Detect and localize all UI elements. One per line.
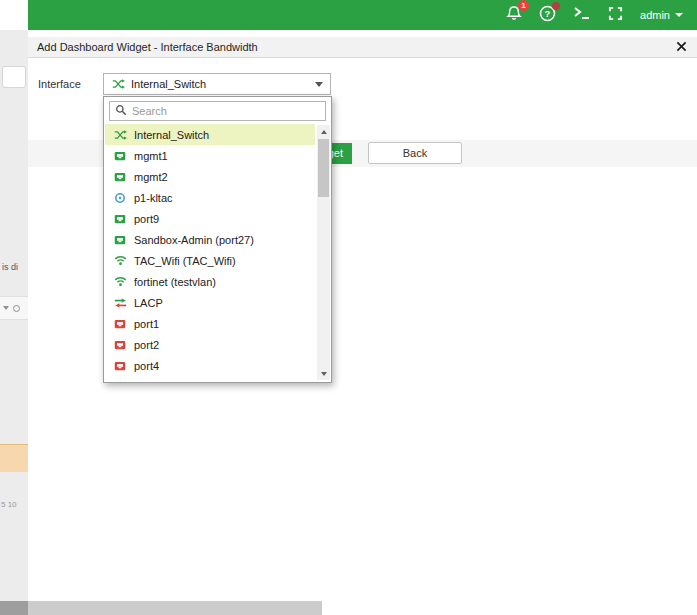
fullscreen-button[interactable] bbox=[608, 6, 623, 25]
dropdown-search-box bbox=[109, 101, 326, 121]
interface-option-label: LACP bbox=[134, 297, 163, 309]
interface-option-label: p1-kltac bbox=[134, 192, 173, 204]
underlying-footer-bar bbox=[28, 601, 322, 615]
interface-option-label: port9 bbox=[134, 213, 159, 225]
interface-option-mgmt2[interactable]: mgmt2 bbox=[105, 166, 315, 187]
interface-option-p1-kltac[interactable]: p1-kltac bbox=[105, 187, 315, 208]
underlying-page-strip: is di 5 10 bbox=[0, 30, 28, 601]
interface-option-internal-switch[interactable]: Internal_Switch bbox=[105, 124, 315, 145]
dropdown-scrollbar[interactable] bbox=[317, 125, 330, 380]
interface-option-label: Internal_Switch bbox=[134, 129, 209, 141]
arrow-down-icon bbox=[321, 372, 327, 376]
interface-option-fortinet-testvlan[interactable]: fortinet (testvlan) bbox=[105, 271, 315, 292]
underlying-partial-text: is di bbox=[2, 262, 18, 272]
svg-text:?: ? bbox=[545, 8, 551, 19]
cli-console-button[interactable] bbox=[573, 6, 591, 24]
interface-option-label: mgmt1 bbox=[134, 150, 168, 162]
cli-console-icon bbox=[573, 6, 591, 24]
help-button[interactable]: ? bbox=[539, 5, 556, 26]
scroll-up-button[interactable] bbox=[317, 125, 330, 138]
notifications-bell-button[interactable]: 1 bbox=[506, 5, 522, 26]
search-icon bbox=[115, 102, 127, 120]
underlying-chart-highlight-fragment bbox=[0, 444, 28, 472]
chevron-down-icon bbox=[315, 82, 323, 87]
port-down-icon bbox=[113, 339, 127, 351]
top-navbar: 1 ? admin bbox=[28, 0, 697, 30]
port-down-icon bbox=[113, 360, 127, 372]
modal-title: Add Dashboard Widget - Interface Bandwid… bbox=[37, 41, 258, 53]
admin-menu[interactable]: admin bbox=[640, 9, 683, 21]
interface-select-value: Internal_Switch bbox=[131, 78, 206, 90]
underlying-panel-header-fragment bbox=[0, 296, 28, 320]
interface-option-label: mgmt2 bbox=[134, 171, 168, 183]
interface-option-label: Sandbox-Admin (port27) bbox=[134, 234, 254, 246]
admin-label: admin bbox=[640, 9, 670, 21]
chevron-down-icon bbox=[675, 13, 683, 17]
interface-option-label: TAC_Wifi (TAC_Wifi) bbox=[134, 255, 236, 267]
scrollbar-thumb[interactable] bbox=[318, 139, 329, 197]
interface-option-sandbox-admin-port27[interactable]: Sandbox-Admin (port27) bbox=[105, 229, 315, 250]
port-up-icon bbox=[113, 234, 127, 246]
underlying-footer-fragment bbox=[0, 601, 28, 615]
notifications-badge: 1 bbox=[518, 0, 529, 11]
interface-option-port4[interactable]: port4 bbox=[105, 355, 315, 376]
interface-option-label: fortinet (testvlan) bbox=[134, 276, 216, 288]
interface-option-label: port2 bbox=[134, 339, 159, 351]
close-button[interactable] bbox=[676, 41, 687, 54]
interface-select[interactable]: Internal_Switch bbox=[103, 73, 331, 95]
interface-option-tac-wifi-tac-wifi[interactable]: TAC_Wifi (TAC_Wifi) bbox=[105, 250, 315, 271]
arrow-up-icon bbox=[321, 130, 327, 134]
port-up-icon bbox=[113, 213, 127, 225]
underlying-widget-fragment bbox=[2, 66, 26, 88]
interface-option-port2[interactable]: port2 bbox=[105, 334, 315, 355]
interface-dropdown-panel: Internal_Switchmgmt1mgmt2p1-kltacport9Sa… bbox=[103, 96, 332, 383]
switch-icon bbox=[111, 78, 125, 90]
switch-icon bbox=[113, 129, 127, 141]
ring-icon bbox=[113, 192, 127, 204]
back-button[interactable]: Back bbox=[368, 142, 462, 164]
close-icon bbox=[676, 41, 687, 54]
interface-field-label: Interface bbox=[38, 78, 81, 90]
fullscreen-icon bbox=[608, 6, 623, 25]
wifi-icon bbox=[113, 255, 127, 266]
underlying-axis-labels: 5 10 bbox=[1, 500, 17, 509]
interface-option-port1[interactable]: port1 bbox=[105, 313, 315, 334]
lacp-icon bbox=[113, 297, 127, 309]
port-down-icon bbox=[113, 318, 127, 330]
search-input[interactable] bbox=[132, 105, 320, 117]
port-up-icon bbox=[113, 171, 127, 183]
port-up-icon bbox=[113, 150, 127, 162]
interface-option-lacp[interactable]: LACP bbox=[105, 292, 315, 313]
interface-option-mgmt1[interactable]: mgmt1 bbox=[105, 145, 315, 166]
interface-option-port9[interactable]: port9 bbox=[105, 208, 315, 229]
chevron-down-icon bbox=[3, 306, 9, 310]
refresh-icon bbox=[13, 305, 20, 312]
modal-titlebar: Add Dashboard Widget - Interface Bandwid… bbox=[28, 37, 697, 58]
interface-option-label: port4 bbox=[134, 360, 159, 372]
wifi-icon bbox=[113, 276, 127, 287]
interface-option-label: port1 bbox=[134, 318, 159, 330]
interface-option-list: Internal_Switchmgmt1mgmt2p1-kltacport9Sa… bbox=[105, 124, 315, 376]
scroll-down-button[interactable] bbox=[317, 367, 330, 380]
help-badge bbox=[552, 2, 560, 10]
